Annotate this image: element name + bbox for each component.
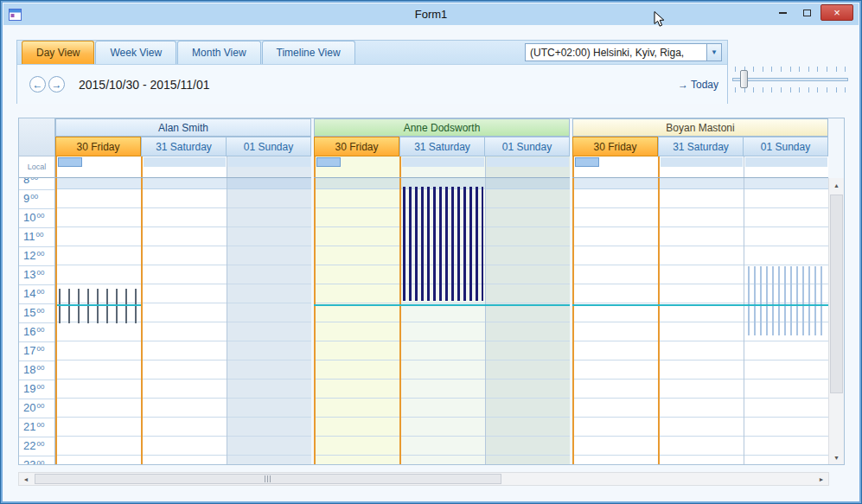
today-arrow-icon: → [678, 79, 688, 91]
day-header-sunday[interactable]: 01 Sunday [485, 137, 570, 156]
day-header-friday[interactable]: 30 Friday [572, 137, 658, 156]
allday-event[interactable] [58, 157, 82, 167]
ruler-hours: 800 900 1000 1100 1200 1300 1400 1500 16… [19, 178, 54, 464]
close-button[interactable]: × [820, 4, 853, 21]
vertical-scroll-track[interactable] [829, 192, 844, 450]
hour-label: 12 [23, 249, 35, 262]
allday-cell[interactable] [143, 156, 227, 177]
minute-label: 00 [36, 326, 44, 334]
vertical-scrollbar[interactable]: ▲ ▼ [828, 178, 844, 464]
minute-label: 00 [36, 402, 44, 410]
allday-event[interactable] [575, 157, 599, 167]
time-grid [572, 178, 828, 464]
scroll-right-icon[interactable]: ► [814, 473, 828, 485]
allday-cell[interactable] [572, 156, 660, 177]
timezone-select[interactable]: (UTC+02:00) Helsinki, Kyiv, Riga, ▼ [525, 43, 722, 61]
horizontal-scrollbar[interactable]: ◄ ► [18, 472, 829, 486]
zoom-slider[interactable] [732, 67, 848, 93]
previous-button[interactable]: ← [29, 76, 46, 93]
time-region-hatch [748, 266, 825, 335]
allday-cell[interactable] [227, 156, 311, 177]
minimize-button[interactable] [772, 4, 794, 21]
time-ruler-cell: 1200 [19, 246, 54, 265]
slider-ticks-top [735, 67, 846, 72]
hour-label: 19 [23, 382, 35, 395]
timezone-value: (UTC+02:00) Helsinki, Kyiv, Riga, [526, 47, 706, 59]
day-header-friday[interactable]: 30 Friday [55, 137, 141, 156]
day-column-friday[interactable] [55, 178, 143, 464]
dropdown-arrow-icon[interactable]: ▼ [706, 44, 721, 61]
minute-label: 00 [36, 345, 44, 353]
horizontal-scroll-track[interactable] [33, 473, 814, 485]
allday-row [314, 156, 570, 178]
day-column-friday[interactable] [314, 178, 401, 464]
hour-label: 23 [23, 458, 35, 464]
allday-cell[interactable] [485, 156, 570, 177]
window-title: Form1 [3, 8, 859, 21]
scroll-down-icon[interactable]: ▼ [829, 450, 844, 464]
allday-shading [661, 157, 743, 167]
allday-shading [745, 157, 827, 167]
time-ruler-cell: 1100 [19, 227, 54, 246]
day-header-saturday[interactable]: 31 Saturday [658, 137, 744, 156]
time-ruler-cell: 1800 [19, 360, 54, 380]
day-column-sunday[interactable] [744, 178, 828, 464]
day-column-saturday[interactable] [143, 178, 227, 464]
hour-label: 16 [23, 325, 35, 338]
scroll-up-icon[interactable]: ▲ [829, 178, 844, 192]
current-time-line [314, 304, 570, 306]
day-column-sunday[interactable] [227, 178, 311, 464]
day-header-sunday[interactable]: 01 Sunday [744, 137, 828, 156]
tab-timeline-view[interactable]: Timeline View [262, 41, 355, 64]
next-button[interactable]: → [48, 76, 65, 93]
date-range-label: 2015/10/30 - 2015/11/01 [79, 78, 210, 92]
allday-event[interactable] [316, 157, 341, 167]
resource-group-alan-smith: Alan Smith 30 Friday 31 Saturday 01 Sund… [55, 118, 311, 464]
hour-label: 10 [23, 211, 35, 224]
maximize-button[interactable] [796, 4, 818, 21]
allday-cell[interactable] [314, 156, 401, 177]
minute-label: 00 [36, 459, 44, 464]
day-column-saturday[interactable] [660, 178, 744, 464]
minimize-icon [779, 12, 787, 14]
allday-shading [487, 157, 569, 167]
resource-groups: Alan Smith 30 Friday 31 Saturday 01 Sund… [55, 118, 828, 464]
allday-shading [402, 157, 484, 167]
minute-label: 00 [36, 250, 44, 258]
minute-label: 00 [36, 383, 44, 391]
hour-label: 8 [23, 178, 29, 186]
today-button[interactable]: → Today [678, 79, 718, 91]
tab-month-view[interactable]: Month View [177, 41, 260, 64]
vertical-scroll-thumb[interactable] [830, 195, 843, 393]
day-column-saturday[interactable] [401, 178, 485, 464]
allday-cell[interactable] [744, 156, 828, 177]
scheduler-control: Local 800 900 1000 1100 1200 1300 1400 1… [18, 118, 845, 465]
day-header-saturday[interactable]: 31 Saturday [399, 137, 485, 156]
day-column-friday[interactable] [572, 178, 660, 464]
zoom-slider-thumb[interactable] [740, 70, 748, 88]
scheduler-corner [19, 118, 54, 156]
allday-cell[interactable] [401, 156, 485, 177]
time-ruler-cell: 900 [19, 189, 54, 208]
tab-day-view[interactable]: Day View [22, 41, 94, 64]
allday-cell[interactable] [660, 156, 744, 177]
slider-track[interactable] [732, 78, 848, 81]
minute-label: 00 [30, 178, 38, 182]
today-label: Today [691, 79, 718, 91]
day-column-sunday[interactable] [485, 178, 570, 464]
hour-label: 18 [23, 363, 35, 376]
day-header-saturday[interactable]: 31 Saturday [141, 137, 227, 156]
horizontal-scroll-thumb[interactable] [35, 474, 501, 484]
scroll-grip-icon [265, 475, 272, 482]
allday-cell[interactable] [55, 156, 143, 177]
slider-ticks-bottom [735, 87, 846, 93]
day-header-sunday[interactable]: 01 Sunday [227, 137, 311, 156]
scroll-left-icon[interactable]: ◄ [19, 473, 33, 485]
minute-label: 00 [36, 288, 44, 296]
hour-label: 22 [23, 439, 35, 452]
minute-label: 00 [36, 440, 44, 448]
hour-label: 9 [23, 192, 29, 205]
allday-row [572, 156, 828, 178]
day-header-friday[interactable]: 30 Friday [314, 137, 399, 156]
tab-week-view[interactable]: Week View [95, 41, 176, 64]
